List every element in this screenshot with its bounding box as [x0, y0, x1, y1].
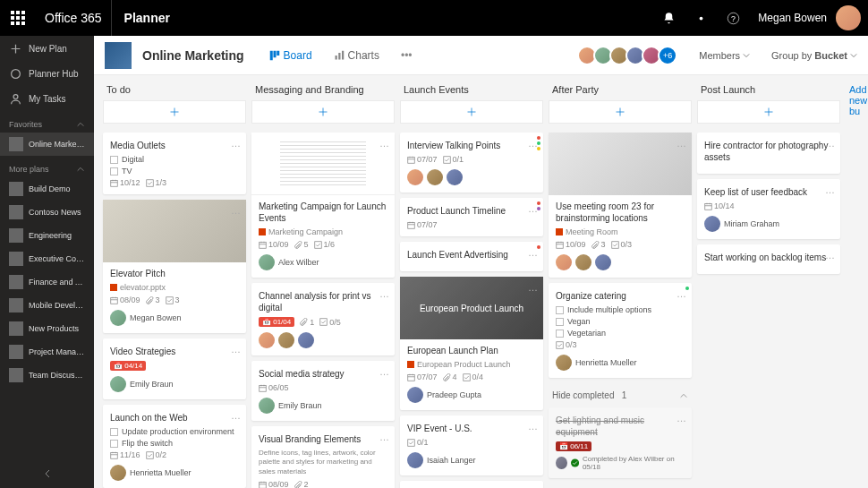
task-card[interactable]: European Product Launch…European Launch …	[400, 277, 543, 410]
task-card[interactable]: …Launch Event Advertising	[400, 242, 543, 271]
card-title: Interview Talking Points	[407, 140, 536, 151]
svg-text:?: ?	[731, 13, 736, 22]
task-card[interactable]: …VIP Event - U.S.0/1Isaiah Langer	[400, 415, 543, 475]
checklist-item[interactable]: TV	[110, 167, 239, 176]
task-card[interactable]: …Launch on the WebUpdate production envi…	[103, 405, 246, 488]
task-card[interactable]: …Elevator Pitchelevator.pptx08/0933Megan…	[103, 200, 246, 333]
user-avatar[interactable]	[836, 5, 861, 30]
add-task-button[interactable]	[103, 100, 246, 124]
sidebar-plan-Engineering[interactable]: Engineering	[0, 224, 94, 247]
card-menu[interactable]: …	[379, 138, 389, 149]
card-menu[interactable]: …	[825, 250, 835, 261]
sidebar-plan-Build Demo[interactable]: Build Demo	[0, 177, 94, 201]
sidebar-plan-Executive Corner[interactable]: Executive Corner	[0, 247, 94, 270]
assignee-name: Megan Bowen	[130, 313, 182, 322]
task-card-completed[interactable]: … Get lighting and music equipment 📅 06/…	[549, 407, 692, 478]
task-card[interactable]: …Twitter Launch Feed📅 03/23Emily Braun	[400, 481, 543, 488]
planner-hub-button[interactable]: Planner Hub	[0, 61, 94, 86]
add-task-button[interactable]	[400, 100, 543, 124]
sidebar-plan-New Products[interactable]: New Products	[0, 317, 94, 340]
add-task-button[interactable]	[251, 100, 395, 124]
groupby-dropdown[interactable]: Group by Bucket	[771, 50, 857, 61]
card-menu[interactable]: …	[825, 138, 835, 149]
bucket-Post Launch: Post Launch …Hire contractor for photogr…	[697, 75, 840, 279]
charts-tab[interactable]: Charts	[328, 46, 385, 65]
more-plans-section[interactable]: More plans	[0, 156, 94, 177]
card-menu[interactable]: …	[677, 288, 686, 299]
members-dropdown[interactable]: Members	[699, 50, 750, 61]
checklist-item[interactable]: Flip the switch	[110, 439, 239, 448]
task-card[interactable]: …Marketing Campaign for Launch EventsMar…	[251, 133, 395, 278]
checklist-count: 1/3	[146, 178, 167, 187]
checklist-item[interactable]: Digital	[110, 155, 239, 164]
assignee-name: Miriam Graham	[724, 219, 779, 228]
checklist-item[interactable]: Vegan	[556, 317, 685, 326]
board-tab[interactable]: Board	[264, 46, 318, 65]
bucket-Messaging and Branding: Messaging and Branding …Marketing Campai…	[251, 75, 395, 488]
card-menu[interactable]: …	[379, 366, 389, 377]
hide-completed-toggle[interactable]: Hide completed 1	[549, 383, 692, 407]
sidebar-plan-Finance and Accounting[interactable]: Finance and Accounting	[0, 270, 94, 294]
task-card[interactable]: …Visual Branding ElementsDefine icons, t…	[251, 426, 395, 488]
assignee-avatar	[110, 376, 126, 392]
task-card[interactable]: …Video Strategies📅 04/14Emily Braun	[103, 338, 246, 399]
collapse-sidebar[interactable]	[42, 468, 53, 481]
members-facepile[interactable]: +6	[581, 46, 677, 65]
more-menu[interactable]: •••	[396, 46, 418, 65]
checklist-item[interactable]: Update production environment	[110, 427, 239, 436]
task-card[interactable]: …Use meeting room 23 for brainstorming l…	[549, 133, 692, 278]
checklist-item[interactable]: Vegetarian	[556, 329, 685, 338]
task-card[interactable]: …Keep list of user feedback10/14Miriam G…	[697, 179, 840, 239]
sidebar-plan-Contoso News[interactable]: Contoso News	[0, 201, 94, 224]
notifications-icon[interactable]	[652, 0, 685, 36]
svg-rect-3	[11, 16, 14, 20]
sidebar-plan-Team Discussion[interactable]: Team Discussion	[0, 364, 94, 387]
add-task-button[interactable]	[549, 100, 692, 124]
card-menu[interactable]: …	[231, 344, 241, 355]
card-menu[interactable]: …	[528, 421, 538, 432]
bucket-title: To do	[103, 75, 246, 100]
due-date: 07/07	[407, 372, 438, 381]
plan-label: Engineering	[29, 231, 72, 240]
task-card[interactable]: …Organize cateringInclude multiple optio…	[549, 283, 692, 378]
card-menu[interactable]: …	[528, 282, 538, 293]
card-menu[interactable]: …	[379, 432, 389, 442]
sidebar-plan-Online Marketing[interactable]: Online Marketing	[0, 133, 94, 156]
card-menu[interactable]: …	[528, 247, 538, 258]
card-menu[interactable]: …	[231, 138, 241, 149]
settings-icon[interactable]	[685, 0, 717, 36]
task-card[interactable]: …Channel analysis for print vs digital📅 …	[251, 283, 395, 355]
card-title: Visual Branding Elements	[259, 433, 387, 445]
card-preview: European Product Launch	[400, 277, 543, 339]
card-menu[interactable]: …	[379, 288, 389, 299]
my-tasks-button[interactable]: My Tasks	[0, 86, 94, 111]
due-date: 10/14	[704, 201, 735, 210]
favorites-section[interactable]: Favorites	[0, 111, 94, 133]
help-icon[interactable]: ?	[717, 0, 749, 36]
card-menu[interactable]: …	[231, 410, 241, 421]
task-card[interactable]: …Interview Talking Points07/070/1	[400, 133, 543, 193]
task-card[interactable]: …Start working on backlog items	[697, 244, 840, 274]
task-card[interactable]: …Hire contractor for photography assets	[697, 133, 840, 174]
checklist-item[interactable]: Include multiple options	[556, 305, 685, 314]
card-menu[interactable]: …	[528, 138, 538, 149]
task-card[interactable]: …Social media strategy06/05Emily Braun	[251, 361, 395, 421]
add-bucket-button[interactable]: Add new bu	[846, 75, 868, 125]
sidebar-plan-Mobile Development[interactable]: Mobile Development	[0, 294, 94, 317]
card-title: Channel analysis for print vs digital	[259, 290, 387, 313]
app-launcher[interactable]	[0, 0, 36, 36]
card-menu[interactable]: …	[528, 203, 538, 214]
checklist-count: 0/2	[146, 450, 167, 459]
new-plan-button[interactable]: New Plan	[0, 36, 94, 61]
card-menu[interactable]: …	[677, 138, 686, 149]
card-menu[interactable]: …	[677, 413, 686, 424]
task-card[interactable]: …Product Launch Timeline07/07	[400, 198, 543, 236]
plan-label: Contoso News	[29, 208, 81, 217]
plan-label: Mobile Development	[29, 301, 85, 310]
sidebar-plan-Project Management[interactable]: Project Management	[0, 340, 94, 364]
add-task-button[interactable]	[697, 100, 840, 124]
svg-rect-31	[260, 385, 267, 391]
card-menu[interactable]: …	[825, 184, 835, 195]
task-card[interactable]: …Media OutletsDigitalTV10/121/3	[103, 133, 246, 194]
card-menu[interactable]: …	[231, 205, 241, 216]
